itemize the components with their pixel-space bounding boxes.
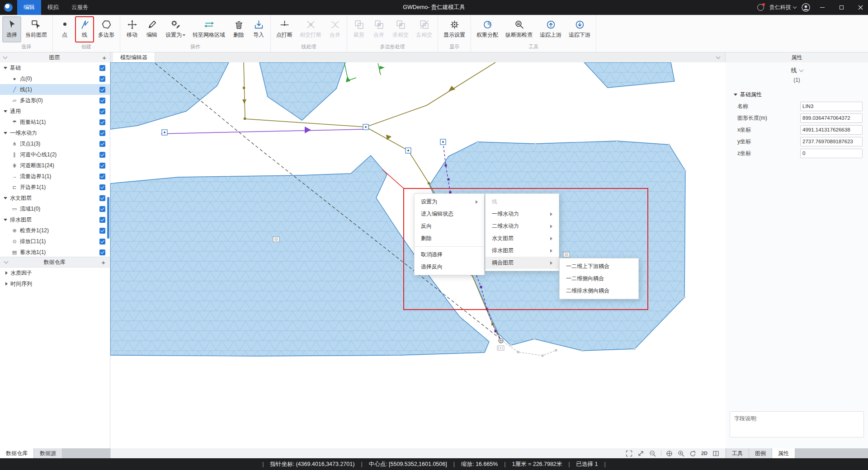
layer-checkbox[interactable] [99, 195, 105, 201]
layer-checkbox[interactable] [99, 228, 105, 234]
layer-checkbox[interactable] [99, 119, 105, 125]
collapsed-arrow-icon[interactable] [5, 271, 8, 275]
expand-arrow-icon[interactable] [4, 197, 7, 199]
menu-item-reverse[interactable]: 反向 [415, 220, 484, 232]
zoom-out-icon[interactable] [649, 450, 656, 457]
fit-view-icon[interactable] [626, 450, 633, 457]
menu-item-set-as[interactable]: 设置为 [415, 196, 484, 208]
entity-type-selector[interactable]: 线 [726, 64, 868, 77]
submenu-item-1d-hydro[interactable]: 一维水动力 [486, 208, 559, 220]
layer-checkbox[interactable] [99, 249, 105, 255]
submenu-item-1d2d-lateral-coupling[interactable]: 一二维侧向耦合 [560, 273, 638, 285]
expand-arrow-icon[interactable] [4, 110, 7, 113]
section-basic-properties[interactable]: 基础属性 [726, 89, 868, 100]
trace-upstream-button[interactable]: 追踪上游 [537, 16, 565, 42]
warehouse-item-time-series[interactable]: 时间序列 [0, 278, 110, 289]
tree-item-open-boundary[interactable]: ⊏开边界1(1) [0, 182, 110, 193]
layer-checkbox[interactable] [99, 108, 105, 114]
edit-button[interactable]: 编辑 [142, 16, 161, 42]
minimize-button[interactable] [816, 0, 829, 15]
tab-tools[interactable]: 工具 [726, 448, 749, 458]
layer-checkbox[interactable] [99, 174, 105, 179]
submenu-item-drainage[interactable]: 排水图层 [486, 244, 559, 257]
maximize-button[interactable] [835, 0, 848, 15]
tree-item-watershed[interactable]: ▭流域1(0) [0, 203, 110, 214]
layer-checkbox[interactable] [99, 239, 105, 244]
create-line-button[interactable]: 线 [75, 16, 94, 42]
goto-grid-area-button[interactable]: 转至网格区域 [189, 16, 228, 42]
layer-chec kbox[interactable] [99, 87, 105, 93]
current-layer-button[interactable]: 当前图层 [22, 16, 50, 42]
refresh-icon[interactable] [689, 450, 697, 457]
strip-chevron-icon[interactable] [716, 55, 721, 59]
display-settings-button[interactable]: 显示设置 [440, 16, 468, 42]
import-button[interactable]: 导入 [249, 16, 268, 42]
select-tool-button[interactable]: 选择 [2, 16, 21, 42]
layer-checkbox[interactable] [99, 184, 105, 190]
layer-checkbox[interactable] [99, 65, 105, 71]
weight-assignment-button[interactable]: 权重分配 [473, 16, 501, 42]
tab-model-editor[interactable]: 模型编辑器 [113, 52, 155, 62]
tree-item-flow-boundary[interactable]: →流量边界1(1) [0, 171, 110, 182]
submenu-item-coupling[interactable]: 耦合图层 [486, 257, 559, 269]
layer-checkbox[interactable] [99, 217, 105, 223]
layer-checkbox[interactable] [99, 163, 105, 169]
tree-item-junction[interactable]: ⋔汊点1(3) [0, 138, 110, 149]
menu-tab-simulate[interactable]: 模拟 [41, 0, 65, 15]
add-layer-button[interactable]: + [102, 54, 106, 61]
submenu-item-hydrology[interactable]: 水文图层 [486, 232, 559, 244]
layer-checkbox[interactable] [99, 130, 105, 136]
menu-item-invert-selection[interactable]: 选择反向 [415, 261, 484, 273]
tab-data-source[interactable]: 数据源 [34, 448, 62, 458]
tree-item-rain-station[interactable]: ☂雨量站1(1) [0, 117, 110, 127]
menu-tab-edit[interactable]: 编辑 [17, 0, 41, 15]
globe-icon[interactable] [666, 450, 673, 457]
close-button[interactable] [854, 0, 867, 15]
length-input[interactable] [800, 113, 863, 123]
create-point-button[interactable]: 点 [55, 16, 74, 42]
tree-item-centerline[interactable]: ∥河道中心线1(2) [0, 149, 110, 160]
layer-checkbox[interactable] [99, 141, 105, 147]
layer-checkbox[interactable] [99, 152, 105, 158]
add-warehouse-item-button[interactable]: + [101, 259, 105, 266]
profile-check-button[interactable]: 纵断面检查 [502, 16, 536, 42]
menu-item-delete[interactable]: 删除 [415, 232, 484, 244]
tree-item-points[interactable]: ●点(0) [0, 73, 110, 84]
tree-group-general[interactable]: 通用 [0, 106, 110, 117]
tree-group-hydrology[interactable]: 水文图层 [0, 193, 110, 203]
submenu-item-2d-hydro[interactable]: 二维水动力 [486, 220, 559, 232]
expand-arrow-icon[interactable] [4, 132, 7, 134]
create-polygon-button[interactable]: 多边形 [95, 16, 118, 42]
avatar-icon[interactable] [802, 3, 810, 12]
tree-group-drainage[interactable]: 排水图层 [0, 214, 110, 225]
tree-item-polygons[interactable]: ▱多边形(0) [0, 95, 110, 106]
submenu-item-1d2d-updown-coupling[interactable]: 一二维上下游耦合 [560, 260, 638, 273]
tree-group-base[interactable]: 基础 [0, 62, 110, 73]
tree-item-cross-section[interactable]: ⋕河道断面1(24) [0, 160, 110, 171]
layer-checkbox[interactable] [99, 206, 105, 212]
y-coordinate-input[interactable] [800, 137, 863, 146]
expand-arrow-icon[interactable] [4, 219, 7, 221]
account-menu[interactable]: 贵仁科技 [769, 4, 796, 11]
menu-item-enter-edit[interactable]: 进入编辑状态 [415, 208, 484, 220]
zoom-in-icon[interactable] [678, 450, 685, 457]
menu-tab-cloud[interactable]: 云服务 [65, 0, 95, 15]
point-break-button[interactable]: 点打断 [273, 16, 296, 42]
scrollbar-thumb[interactable] [107, 197, 109, 239]
delete-button[interactable]: 删除 [229, 16, 248, 42]
tree-group-1d-hydro[interactable]: 一维水动力 [0, 127, 110, 138]
notification-icon[interactable] [757, 4, 764, 11]
move-button[interactable]: 移动 [123, 16, 142, 42]
tree-item-inspection-well[interactable]: ⊕检查井1(12) [0, 225, 110, 236]
data-warehouse-header[interactable]: 数据仓库 + [0, 257, 110, 268]
split-view-icon[interactable] [712, 450, 719, 457]
menu-item-deselect[interactable]: 取消选择 [415, 249, 484, 261]
submenu-item-2d-drain-lateral-coupling[interactable]: 二维排水侧向耦合 [560, 285, 638, 297]
tab-legend[interactable]: 图例 [749, 448, 772, 458]
z-coordinate-input[interactable] [800, 149, 863, 158]
expand-arrow-icon[interactable] [4, 67, 7, 69]
set-as-button[interactable]: 设置为 [162, 16, 189, 42]
x-coordinate-input[interactable] [800, 125, 863, 135]
collapsed-arrow-icon[interactable] [5, 282, 8, 286]
layer-checkbox[interactable] [99, 76, 105, 82]
